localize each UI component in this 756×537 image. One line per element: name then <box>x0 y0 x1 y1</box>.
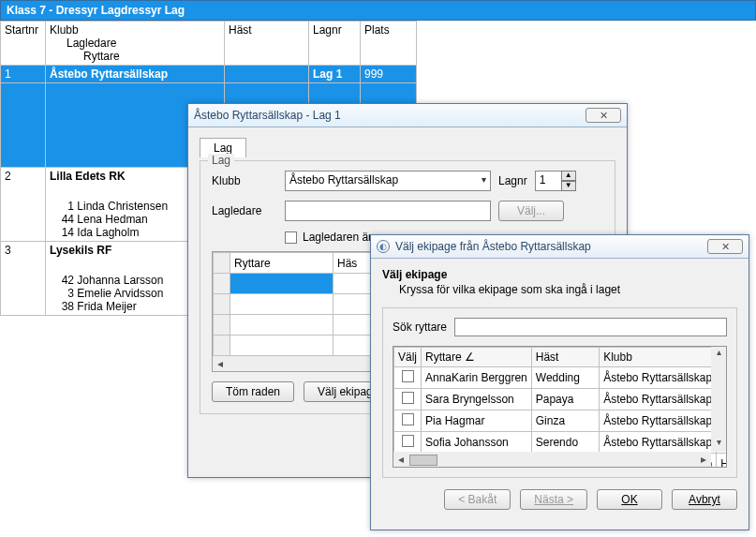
spinner-down-icon[interactable]: ▼ <box>561 181 576 191</box>
spinner-up-icon[interactable]: ▲ <box>561 171 576 181</box>
lagledare-label: Lagledare <box>212 204 277 217</box>
wizard-heading: Välj ekipage <box>382 268 737 281</box>
row-klubb: Åstebo Ryttarsällskap <box>600 389 717 410</box>
row-k: H <box>717 454 727 469</box>
pick-dialog-title: Välj ekipage från Åstebo Ryttarsällskap <box>395 240 707 253</box>
col-ryttare[interactable]: Ryttare ∠ <box>422 348 532 367</box>
row-checkbox[interactable] <box>402 392 414 404</box>
ekipage-grid[interactable]: Välj Ryttare ∠ Häst Klubb K AnnaKarin Be… <box>393 346 727 468</box>
lagnr-value[interactable]: 1 <box>535 171 561 191</box>
lagnr-cell: Lag 1 <box>309 66 361 83</box>
row-ryttare: Sofia Johansson <box>422 432 532 454</box>
klubb-cell: Åstebo Ryttarsällskap <box>46 66 225 83</box>
tom-raden-button[interactable]: Töm raden <box>212 381 294 402</box>
ekipage-row[interactable]: Pia HagmarGinzaÅstebo RyttarsällskapH <box>394 410 728 432</box>
row-klubb: Åstebo Ryttarsällskap <box>600 432 717 454</box>
lagledaren-label: Lagledaren är <box>303 231 372 244</box>
col-hast[interactable]: Häst <box>531 348 599 367</box>
col-plats[interactable]: Plats <box>361 22 417 66</box>
search-input[interactable] <box>454 318 727 336</box>
team-dialog-titlebar[interactable]: Åstebo Ryttarsällskap - Lag 1 ✕ <box>188 104 627 127</box>
col-klubb[interactable]: Klubb <box>600 348 717 367</box>
grid1-selected-cell[interactable] <box>230 274 334 294</box>
team-dialog-title: Åstebo Ryttarsällskap - Lag 1 <box>194 109 586 122</box>
klubb-combo[interactable]: Åstebo Ryttarsällskap <box>285 171 491 191</box>
close-icon[interactable]: ✕ <box>586 108 621 123</box>
row-hast: Ginza <box>531 410 599 432</box>
col-lagnr[interactable]: Lagnr <box>309 22 361 66</box>
col-ryttare: Ryttare <box>50 50 220 63</box>
pick-ekipage-dialog: ◐ Välj ekipage från Åstebo Ryttarsällska… <box>370 234 749 530</box>
search-label: Sök ryttare <box>393 321 447 334</box>
wizard-panel: Sök ryttare Välj Ryttare ∠ Häst Klubb K <box>382 307 737 478</box>
lagnr-label: Lagnr <box>498 174 527 187</box>
class-row[interactable]: 1Åstebo RyttarsällskapLag 1999 <box>1 66 417 83</box>
lagledaren-checkbox[interactable] <box>285 231 297 244</box>
col-lagledare: Lagledare <box>50 37 220 50</box>
lag-legend: Lag <box>208 154 234 167</box>
row-checkbox[interactable] <box>402 435 414 447</box>
startnr-cell: 3 <box>1 242 46 316</box>
col-klubb-stack[interactable]: Klubb Lagledare Ryttare <box>46 22 225 66</box>
back-button[interactable]: < Bakåt <box>444 489 511 510</box>
plats-cell: 999 <box>361 66 417 83</box>
lagledare-input[interactable] <box>285 201 491 221</box>
startnr-cell: 1 <box>1 66 46 83</box>
grid2-hscroll[interactable]: ◂ ▸ <box>393 452 711 467</box>
scroll-left-icon[interactable]: ◂ <box>393 453 408 466</box>
grid2-vscroll[interactable]: ▴ ▾ <box>711 347 726 452</box>
row-ryttare: Pia Hagmar <box>422 410 532 432</box>
row-hast: Serendo <box>531 432 599 454</box>
next-button[interactable]: Nästa > <box>520 489 587 510</box>
row-hast: Wedding <box>531 367 599 389</box>
col-klubb: Klubb <box>50 23 79 37</box>
row-hast: Papaya <box>531 389 599 410</box>
class-header: Klass 7 - Dressyr Lagdressyr Lag <box>0 0 756 21</box>
cancel-button[interactable]: Avbryt <box>672 489 737 510</box>
lagnr-spinner[interactable]: 1 ▲ ▼ <box>535 171 576 191</box>
hast-cell <box>225 66 309 83</box>
klubb-label: Klubb <box>212 174 277 187</box>
col-startnr[interactable]: Startnr <box>1 22 46 66</box>
app-icon: ◐ <box>377 240 390 253</box>
row-checkbox[interactable] <box>402 370 414 382</box>
grid1-col-ryttare[interactable]: Ryttare <box>230 253 334 274</box>
col-valj[interactable]: Välj <box>394 348 422 367</box>
col-hast[interactable]: Häst <box>225 22 309 66</box>
close-icon[interactable]: ✕ <box>707 239 743 254</box>
valj-lagledare-button[interactable]: Välj... <box>498 201 564 221</box>
row-ryttare: AnnaKarin Berggren <box>422 367 532 389</box>
pick-dialog-titlebar[interactable]: ◐ Välj ekipage från Åstebo Ryttarsällska… <box>371 235 749 259</box>
ok-button[interactable]: OK <box>597 489 662 510</box>
wizard-subtitle: Kryssa för vilka ekipage som ska ingå i … <box>399 283 737 296</box>
row-klubb: Åstebo Ryttarsällskap <box>600 410 717 432</box>
scroll-down-icon[interactable]: ▾ <box>711 437 726 452</box>
ekipage-row[interactable]: AnnaKarin BerggrenWeddingÅstebo Ryttarsä… <box>394 367 728 389</box>
startnr-cell: 2 <box>1 168 46 242</box>
ekipage-row[interactable]: Sara BryngelssonPapayaÅstebo Ryttarsälls… <box>394 389 728 410</box>
scroll-right-icon[interactable]: ▸ <box>696 453 711 466</box>
row-ryttare: Sara Bryngelsson <box>422 389 532 410</box>
row-checkbox[interactable] <box>402 413 414 425</box>
ekipage-row[interactable]: Sofia JohanssonSerendoÅstebo Ryttarsälls… <box>394 432 728 454</box>
scroll-left-icon[interactable]: ◂ <box>213 357 228 370</box>
grid1-rowhdr <box>214 253 230 274</box>
row-klubb: Åstebo Ryttarsällskap <box>600 367 717 389</box>
scroll-up-icon[interactable]: ▴ <box>711 347 726 362</box>
